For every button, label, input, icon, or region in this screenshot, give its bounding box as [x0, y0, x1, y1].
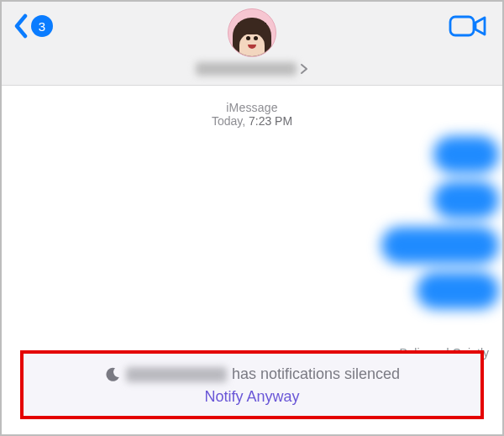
header: 3 — [2, 2, 502, 86]
chevron-left-icon — [13, 13, 29, 39]
contact-avatar — [228, 8, 276, 57]
silenced-text: has notifications silenced — [232, 365, 400, 383]
time-label: 7:23 PM — [249, 114, 292, 128]
notify-anyway-button[interactable]: Notify Anyway — [32, 388, 472, 406]
back-button[interactable]: 3 — [13, 13, 53, 39]
contact-name-row — [196, 62, 308, 76]
contact-header[interactable] — [196, 8, 308, 76]
notifications-silenced-banner: has notifications silenced Notify Anyway — [24, 354, 480, 416]
silenced-contact-name — [126, 367, 227, 382]
sent-bubble[interactable] — [417, 272, 499, 309]
sent-bubble[interactable] — [433, 136, 499, 173]
date-header: iMessage Today, 7:23 PM — [2, 101, 502, 128]
annotation-highlight: has notifications silenced Notify Anyway — [20, 350, 484, 419]
sent-bubble[interactable] — [433, 181, 499, 218]
sent-messages — [381, 136, 499, 309]
moon-icon — [104, 366, 121, 383]
sent-bubble[interactable] — [381, 227, 499, 264]
message-thread: iMessage Today, 7:23 PM Delivered Quietl… — [2, 86, 502, 434]
date-label: Today, — [212, 114, 245, 128]
chevron-right-icon — [300, 63, 308, 75]
facetime-button[interactable] — [449, 13, 487, 42]
contact-name — [196, 62, 297, 76]
unread-count-badge: 3 — [31, 15, 53, 37]
svg-rect-0 — [450, 17, 474, 35]
video-camera-icon — [449, 13, 487, 39]
service-label: iMessage — [2, 101, 502, 114]
